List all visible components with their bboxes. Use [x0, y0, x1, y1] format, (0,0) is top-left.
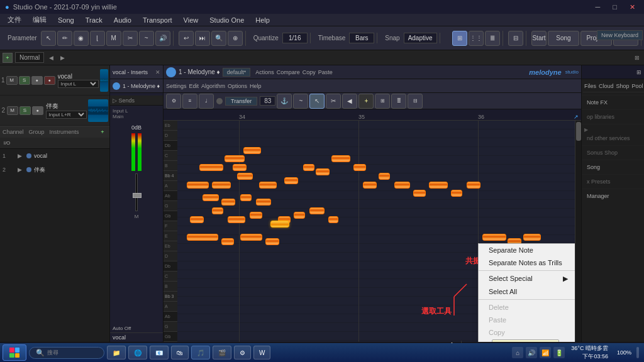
- taskbar-store[interactable]: 🛍: [171, 346, 189, 359]
- mixer-btn[interactable]: ⊟: [508, 31, 523, 46]
- melodyne-settings-gear-btn[interactable]: ⚙: [166, 94, 181, 109]
- bend-tool-btn[interactable]: ~: [139, 31, 154, 46]
- tray-icon-wifi[interactable]: 📶: [540, 347, 551, 358]
- note-21[interactable]: [256, 199, 271, 206]
- right-panel-expand-btn[interactable]: ⊞: [636, 69, 641, 75]
- melodyne-anchor-tool[interactable]: ⚓: [277, 94, 292, 109]
- menu-track[interactable]: Track: [80, 15, 108, 25]
- melodyne-settings-tab[interactable]: Settings: [166, 83, 187, 89]
- note-10[interactable]: [303, 164, 314, 171]
- note-18[interactable]: [203, 194, 219, 201]
- menu-studioone[interactable]: Studio One: [204, 15, 249, 25]
- new-keyboard-btn[interactable]: New Keyboard: [597, 30, 643, 40]
- menu-edit[interactable]: 编辑: [28, 14, 52, 26]
- right-note-fx[interactable]: Note FX: [584, 98, 641, 107]
- note-11[interactable]: [316, 168, 330, 175]
- melodyne-scissors-tool[interactable]: ✂: [326, 94, 341, 109]
- quantize-value[interactable]: 1/16: [282, 33, 308, 43]
- note-30[interactable]: [363, 182, 377, 189]
- note-23[interactable]: [294, 212, 305, 219]
- note-35[interactable]: [451, 190, 462, 197]
- melodyne-edit-tab[interactable]: Edit: [189, 83, 199, 89]
- melodyne-settings-b[interactable]: ≣: [391, 94, 406, 109]
- melodyne-compare-tab[interactable]: Compare: [277, 69, 300, 75]
- start-btn[interactable]: Start: [531, 31, 547, 46]
- track-solo-2[interactable]: S: [19, 106, 31, 115]
- melodyne-options-tab[interactable]: Options: [228, 83, 247, 89]
- maximize-btn[interactable]: □: [609, 2, 621, 13]
- note-selected[interactable]: [270, 221, 289, 228]
- ctx-separate-note[interactable]: Separate Note: [479, 244, 575, 256]
- melodyne-algorithm-tab[interactable]: Algorithm: [201, 83, 225, 89]
- taskbar-fileexplorer[interactable]: 📁: [107, 346, 126, 359]
- note-17[interactable]: [250, 212, 262, 219]
- right-shop-btn[interactable]: Shop: [615, 82, 631, 92]
- search-bar[interactable]: 🔍 搜尋: [29, 347, 104, 359]
- note-4[interactable]: [233, 164, 247, 171]
- right-manager[interactable]: Manager: [584, 192, 641, 200]
- forward-btn[interactable]: ⏭: [195, 31, 210, 46]
- start-button[interactable]: [3, 344, 26, 361]
- menu-file[interactable]: 文件: [3, 14, 26, 26]
- track-arm-1[interactable]: ●: [44, 76, 55, 85]
- close-panel-btn[interactable]: ⊠: [633, 53, 641, 62]
- menu-help[interactable]: Help: [250, 15, 275, 25]
- note-34[interactable]: [429, 182, 448, 189]
- speaker-tool-btn[interactable]: 🔊: [155, 31, 170, 46]
- note-39[interactable]: [523, 234, 541, 241]
- eraser-tool-btn[interactable]: ◉: [74, 31, 89, 46]
- note-32[interactable]: [394, 182, 410, 189]
- taskbar-studioone[interactable]: 🎵: [191, 346, 210, 359]
- note-5[interactable]: [187, 182, 209, 189]
- io-btn[interactable]: ⊕: [228, 31, 243, 46]
- tray-icon-1[interactable]: ⌂: [512, 347, 523, 358]
- tray-icon-battery[interactable]: 🔋: [553, 347, 565, 358]
- window-controls[interactable]: ─ □ ✕: [592, 2, 639, 13]
- note-37[interactable]: [482, 234, 506, 241]
- ctx-select-special[interactable]: Select Special ▶: [479, 272, 575, 285]
- song-btn[interactable]: Song: [548, 31, 579, 46]
- track-mute-1[interactable]: M: [6, 76, 18, 85]
- taskbar-settings[interactable]: ⚙: [234, 346, 251, 359]
- melodyne-select-tool[interactable]: ↖: [309, 94, 325, 109]
- ctx-delete[interactable]: Delete: [479, 301, 575, 314]
- note-3[interactable]: [243, 147, 261, 154]
- menu-audio[interactable]: Audio: [109, 15, 136, 25]
- note-14[interactable]: [190, 216, 204, 223]
- menu-transport[interactable]: Transport: [138, 15, 177, 25]
- note-12[interactable]: [331, 155, 350, 162]
- melodyne-vscroll[interactable]: [575, 121, 581, 342]
- note-19[interactable]: [221, 199, 235, 206]
- menu-song[interactable]: Song: [53, 15, 79, 25]
- note-33[interactable]: [413, 190, 426, 197]
- note-2[interactable]: [225, 155, 245, 162]
- expand-btn[interactable]: ▶: [58, 53, 67, 62]
- mode-value[interactable]: Normal: [15, 52, 44, 63]
- right-files-btn[interactable]: Files: [583, 82, 597, 92]
- note-16[interactable]: [228, 216, 245, 223]
- ctx-separate-trills[interactable]: Separate Notes as Trills: [479, 256, 575, 269]
- right-sonus-shop[interactable]: Sonus Shop: [584, 148, 641, 157]
- note-9[interactable]: [284, 177, 298, 184]
- note-24[interactable]: [309, 207, 325, 214]
- zoom-btn[interactable]: 🔍: [211, 31, 226, 46]
- note-29[interactable]: [265, 238, 279, 245]
- note-25[interactable]: [328, 216, 338, 223]
- ch-arrow-1[interactable]: ▶: [15, 151, 24, 160]
- minimize-btn[interactable]: ─: [592, 2, 604, 13]
- fader-handle[interactable]: [133, 193, 142, 198]
- melodyne-settings-a[interactable]: ⊞: [375, 94, 390, 109]
- ctx-paste[interactable]: Paste: [479, 314, 575, 326]
- note-31[interactable]: [379, 173, 390, 180]
- melodyne-transfer-btn[interactable]: Transfer: [225, 97, 257, 106]
- taskbar-word[interactable]: W: [253, 346, 270, 359]
- plugin-name[interactable]: 1 - Melodyne ♦: [123, 83, 160, 89]
- ctx-select-all[interactable]: Select All: [479, 285, 575, 298]
- right-loop-libraries[interactable]: op libraries: [584, 112, 641, 121]
- melodyne-actions-tab[interactable]: Actions: [255, 69, 274, 75]
- note-13[interactable]: [353, 164, 366, 171]
- note-15[interactable]: [212, 207, 223, 214]
- right-services[interactable]: nd other services: [584, 134, 641, 143]
- track-monitor-1[interactable]: ●: [31, 76, 43, 85]
- melodyne-settings-c[interactable]: ⊟: [408, 94, 423, 109]
